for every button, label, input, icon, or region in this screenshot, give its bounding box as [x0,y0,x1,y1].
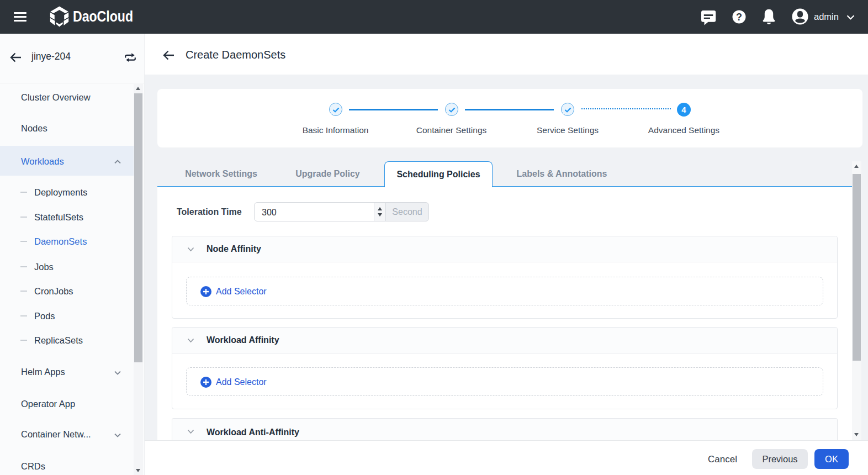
svg-text:?: ? [736,12,742,23]
